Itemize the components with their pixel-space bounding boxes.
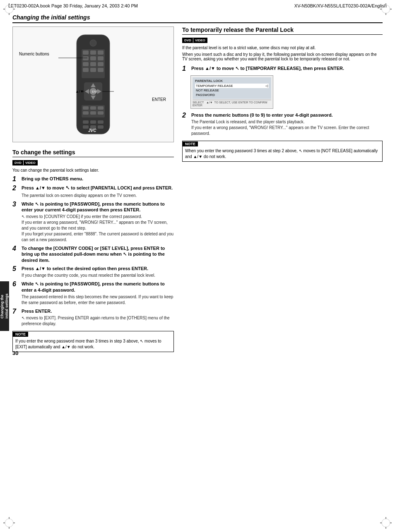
left-intro: You can change the parental lock setting… [12, 168, 174, 173]
corner-br [380, 517, 392, 529]
page-number: 30 [12, 350, 18, 356]
right-note-text: When you enter the wrong password 3 time… [183, 146, 382, 161]
left-column: Numeric buttons [12, 26, 174, 352]
right-step-2: 2 Press the numeric buttons (0 to 9) to … [182, 112, 383, 137]
two-column-layout: Numeric buttons [12, 26, 383, 352]
svg-rect-25 [90, 50, 96, 55]
header-left: LET0230-002A.book Page 30 Friday, Januar… [8, 3, 138, 8]
enter-label: ENTER [152, 97, 166, 102]
svg-rect-35 [98, 68, 104, 72]
svg-rect-52 [83, 120, 89, 124]
svg-rect-26 [98, 50, 104, 55]
left-step-6: 6 While ↖ is pointing to [PASSWORD], pre… [12, 281, 174, 306]
svg-text:ENT: ENT [92, 90, 98, 93]
svg-point-15 [382, 519, 390, 527]
left-dvd-badge: DVD VIDEO [12, 160, 38, 165]
svg-rect-33 [83, 68, 89, 72]
page-header: LET0230-002A.book Page 30 Friday, Januar… [0, 0, 395, 10]
right-dvd-label: DVD [183, 38, 193, 43]
screen-title: PARENTAL LOCK [195, 79, 269, 83]
left-step-2-title: Press ▲/▼ to move ↖ to select [PARENTAL … [22, 185, 174, 192]
section-title: Changing the initial settings [12, 14, 383, 23]
svg-rect-30 [83, 62, 89, 66]
left-step-2-desc: The parental lock on-screen display appe… [22, 193, 174, 199]
left-step-5: 5 Press ▲/▼ to select the desired option… [12, 266, 174, 278]
svg-rect-46 [83, 106, 89, 110]
right-step-1: 1 Press ▲/▼ to move ↖ to [TEMPORARY RELE… [182, 65, 383, 72]
left-step-3: 3 While ↖ is pointing to [PASSWORD], pre… [12, 201, 174, 243]
left-step-6-title: While ↖ is pointing to [PASSWORD], press… [22, 281, 174, 293]
numeric-label-line [58, 56, 87, 60]
svg-rect-57 [98, 125, 104, 129]
svg-rect-47 [90, 106, 96, 110]
left-step-7-desc: ↖ moves to [EXIT]. Pressing ENTER again … [22, 315, 174, 327]
svg-rect-51 [98, 111, 104, 115]
svg-rect-31 [90, 62, 96, 66]
remote-svg: ENT ▲/▼ [56, 33, 130, 136]
right-intro2: When you insert such a disc and try to p… [182, 52, 383, 61]
svg-text:▲/▼: ▲/▼ [75, 89, 84, 93]
right-video-label: VIDEO [193, 38, 207, 43]
remote-svg-wrapper: ENT ▲/▼ [17, 31, 169, 138]
corner-bl [3, 517, 15, 529]
right-column: To temporarily release the Parental Lock… [182, 26, 383, 352]
left-step-3-title: While ↖ is pointing to [PASSWORD], press… [22, 201, 174, 213]
left-note-header: NOTE [13, 332, 28, 337]
left-step-7: 7 Press ENTER. ↖ moves to [EXIT]. Pressi… [12, 308, 174, 327]
dvd-label: DVD [13, 161, 23, 165]
left-note-box: NOTE If you enter the wrong password mor… [12, 331, 174, 352]
screen-row-1: TEMPORARY RELEASE ◁ [195, 84, 269, 88]
screen-row-2: NOT RELEASE [195, 88, 269, 93]
right-subsection-title: To temporarily release the Parental Lock [182, 26, 383, 35]
svg-rect-32 [98, 62, 104, 66]
screen-preview: PARENTAL LOCK TEMPORARY RELEASE ◁ NOT RE… [190, 75, 273, 109]
right-step-2-desc: The Parental Lock is released, and the p… [191, 119, 383, 137]
right-step-1-title: Press ▲/▼ to move ↖ to [TEMPORARY RELEAS… [191, 65, 383, 71]
left-step-5-title: Press ▲/▼ to select the desired option t… [22, 266, 174, 271]
svg-point-22 [90, 40, 96, 46]
video-label: VIDEO [23, 161, 37, 165]
left-subsection-title: To change the settings [12, 149, 174, 157]
svg-rect-24 [83, 50, 89, 55]
svg-rect-29 [98, 56, 104, 60]
left-step-1-title: Bring up the OTHERS menu. [22, 176, 174, 182]
svg-rect-34 [90, 68, 96, 72]
svg-rect-48 [98, 106, 104, 110]
svg-rect-54 [98, 120, 104, 124]
remote-image-container: Numeric buttons [12, 26, 174, 142]
numeric-buttons-label: Numeric buttons [19, 52, 49, 56]
left-step-1: 1 Bring up the OTHERS menu. [12, 176, 174, 182]
left-subsection: To change the settings DVD VIDEO You can… [12, 149, 174, 352]
right-dvd-badge: DVD VIDEO [182, 38, 207, 43]
screen-row-3: PASSWORD [195, 93, 269, 97]
svg-rect-55 [83, 125, 89, 129]
svg-rect-49 [83, 111, 89, 115]
right-intro1: If the parental level is set to a strict… [182, 46, 383, 50]
svg-point-10 [5, 519, 13, 527]
left-step-5-desc: If you change the country code, you must… [22, 273, 174, 278]
svg-text:JVC: JVC [88, 128, 96, 133]
screen-inner: PARENTAL LOCK TEMPORARY RELEASE ◁ NOT RE… [193, 77, 271, 99]
svg-rect-50 [90, 111, 96, 115]
right-note-header: NOTE [183, 141, 198, 146]
left-step-7-title: Press ENTER. [22, 308, 174, 314]
left-step-3-desc: ↖ moves to [COUNTRY CODE] if you enter t… [22, 214, 174, 243]
right-step-2-title: Press the numeric buttons (0 to 9) to en… [191, 112, 383, 118]
svg-rect-28 [90, 56, 96, 60]
main-content: Changing the initial settings Numeric bu… [0, 10, 395, 364]
screen-footer: SELECT ▲/▼ TO SELECT, USE ENTER TO CONFI… [193, 100, 271, 107]
header-right: XV-N50BK/XV-N55SL/LET0230-002A/English [294, 3, 387, 8]
svg-rect-53 [90, 120, 96, 124]
left-step-6-desc: The password entered in this step become… [22, 294, 174, 306]
right-note-box: NOTE When you enter the wrong password 3… [182, 141, 383, 162]
left-note-text: If you enter the wrong password more tha… [13, 337, 173, 352]
left-step-4: 4 To change the [COUNTRY CODE] or [SET L… [12, 245, 174, 263]
left-step-4-title: To change the [COUNTRY CODE] or [SET LEV… [22, 245, 174, 263]
left-step-2: 2 Press ▲/▼ to move ↖ to select [PARENTA… [12, 185, 174, 199]
